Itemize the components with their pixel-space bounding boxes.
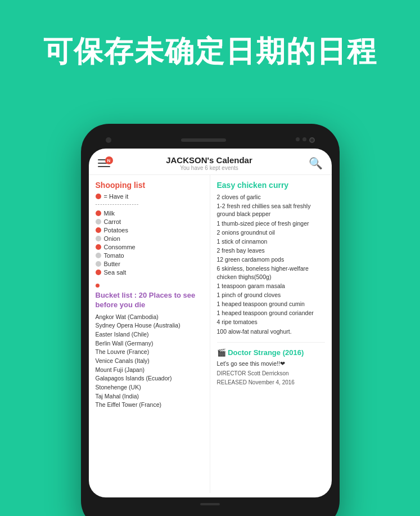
movie-emoji-icon: 🎬	[217, 348, 226, 357]
header-center: JACKSON's Calendar You have 6 kept event…	[166, 155, 252, 171]
phone-notch	[89, 135, 332, 149]
bucket-item: Mount Fuji (Japan)	[96, 366, 203, 374]
recipe-title: Easy chicken curry	[217, 181, 325, 190]
recipe-item: 2 cloves of garlic	[217, 193, 325, 201]
calendar-title: JACKSON's Calendar	[166, 155, 252, 165]
recipe-item: 1 pinch of ground cloves	[217, 291, 325, 299]
red-dot-icon	[96, 210, 101, 216]
item-tomato: Tomato	[104, 252, 124, 259]
gray-dot-icon	[96, 261, 101, 267]
gray-dot-icon	[96, 219, 101, 225]
menu-button[interactable]: N	[98, 159, 110, 167]
right-panel[interactable]: Easy chicken curry 2 cloves of garlic 1-…	[210, 175, 332, 493]
legend-row: = Have it	[96, 193, 203, 200]
bucket-list-section: Bucket list : 20 Places to see before yo…	[96, 284, 203, 409]
gray-dot-icon	[96, 253, 101, 258]
phone-mockup: N JACKSON's Calendar You have 6 kept eve…	[81, 124, 340, 516]
app-header: N JACKSON's Calendar You have 6 kept eve…	[89, 149, 332, 175]
h-line-3	[98, 166, 110, 167]
bucket-item: Angkor Wat (Cambodia)	[96, 313, 203, 321]
shopping-list-title: Shooping list	[96, 181, 203, 190]
item-milk: Milk	[104, 210, 115, 217]
left-panel[interactable]: Shooping list = Have it ----------------…	[89, 175, 210, 493]
list-item: Potatoes	[96, 227, 203, 234]
movie-title: 🎬 Doctor Strange (2016)	[217, 348, 325, 357]
recipe-item: 1 stick of cinnamon	[217, 237, 325, 245]
movie-release: RELEASED November 4, 2016	[217, 379, 325, 385]
item-sea-salt: Sea salt	[104, 269, 127, 276]
recipe-item: 1 heaped teaspoon ground coriander	[217, 309, 325, 317]
recipe-item: 12 green cardamom pods	[217, 255, 325, 263]
list-item: Carrot	[96, 218, 203, 225]
phone-screen: N JACKSON's Calendar You have 6 kept eve…	[89, 149, 332, 497]
red-dot-icon	[96, 227, 101, 233]
list-item: Sea salt	[96, 269, 203, 276]
recipe-item: 1 thumb-sized piece of fresh ginger	[217, 219, 325, 227]
bucket-item: Venice Canals (Italy)	[96, 357, 203, 365]
movie-section: 🎬 Doctor Strange (2016) Let's go see thi…	[217, 342, 325, 385]
calendar-subtitle: You have 6 kept events	[166, 165, 252, 171]
search-button[interactable]: 🔍	[309, 156, 323, 170]
recipe-item: 1-2 fresh red chillies sea salt freshly …	[217, 202, 325, 218]
recipe-item: 100 alow-fat natural voghurt.	[217, 327, 325, 335]
sensor-2	[302, 137, 306, 141]
speaker-grill	[181, 138, 226, 142]
item-carrot: Carrot	[104, 218, 121, 225]
list-item: Consomme	[96, 244, 203, 250]
notification-badge: N	[105, 156, 113, 164]
bucket-item: Berlin Wall (Germany)	[96, 340, 203, 348]
bucket-item: Easter Island (Chile)	[96, 331, 203, 339]
bucket-item: Stonehenge (UK)	[96, 384, 203, 392]
list-item: Butter	[96, 261, 203, 267]
movie-title-text: Doctor Strange (2016)	[228, 348, 304, 357]
bottom-nav-button	[200, 503, 220, 505]
item-onion: Onion	[104, 235, 120, 242]
bucket-item: Sydney Opera House (Australia)	[96, 322, 203, 330]
recipe-item: 4 ripe tomatoes	[217, 318, 325, 326]
bucket-item: Taj Mahal (India)	[96, 393, 203, 401]
bucket-item: Galapagos Islands (Ecuador)	[96, 375, 203, 383]
movie-description: Let's go see this movie!!❤	[217, 360, 325, 367]
recipe-item: 6 skinless, boneless higher-welfare chic…	[217, 264, 325, 280]
red-dot-legend	[96, 194, 101, 199]
sensor-1	[296, 137, 300, 141]
bucket-item: The Louvre (France)	[96, 348, 203, 356]
camera-lens-icon	[309, 137, 315, 143]
app-content: Shooping list = Have it ----------------…	[89, 175, 332, 493]
list-item: Onion	[96, 235, 203, 242]
recipe-item: 2 fresh bay leaves	[217, 246, 325, 254]
list-item: Milk	[96, 210, 203, 217]
movie-director: DIRECTOR Scott Derrickson	[217, 370, 325, 376]
hero-heading: 可保存未确定日期的日程	[0, 34, 420, 69]
item-butter: Butter	[104, 261, 120, 267]
recipe-item: 2 onions groundnut oil	[217, 228, 325, 236]
list-item: Tomato	[96, 252, 203, 259]
sensor-area	[296, 137, 315, 143]
recipe-item: 1 teaspoon garam masala	[217, 282, 325, 290]
legend-text: = Have it	[104, 193, 129, 200]
front-camera-icon	[106, 137, 111, 143]
item-potatoes: Potatoes	[104, 227, 128, 234]
phone-bottom-bar	[89, 497, 332, 509]
phone-body: N JACKSON's Calendar You have 6 kept eve…	[81, 124, 340, 516]
divider: ------------------	[96, 201, 203, 207]
item-consomme: Consomme	[104, 244, 136, 250]
bucket-item: The Eiffel Tower (France)	[96, 401, 203, 409]
recipe-item: 1 heaped teaspoon ground cumin	[217, 300, 325, 308]
red-dot-icon	[96, 270, 101, 275]
red-dot-icon	[96, 244, 101, 250]
gray-dot-icon	[96, 236, 101, 241]
bucket-list-title: Bucket list : 20 Places to see before yo…	[96, 291, 203, 310]
red-accent-dot	[96, 284, 100, 288]
